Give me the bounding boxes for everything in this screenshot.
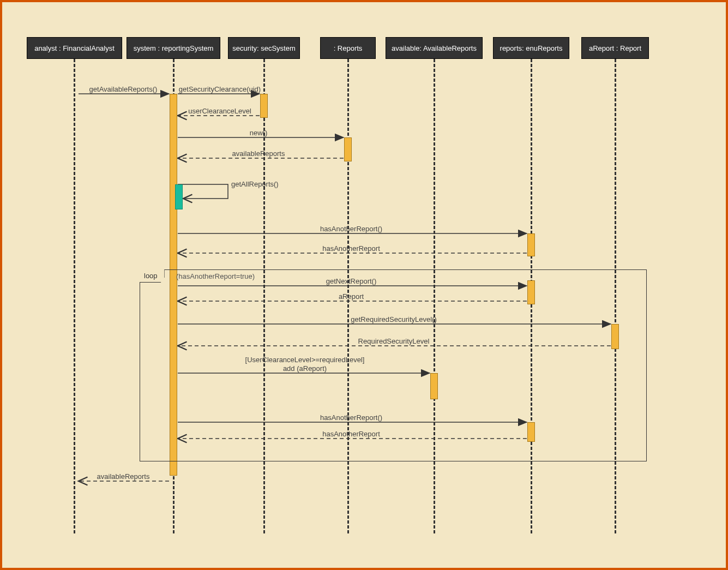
- participant-enu: reports: enuReports: [493, 37, 569, 59]
- participant-label: system : reportingSystem: [134, 44, 214, 52]
- message-new: new(): [250, 129, 268, 137]
- participant-analyst: analyst : FinancialAnalyst: [27, 37, 122, 59]
- participant-label: available: AvailableReports: [392, 44, 477, 52]
- sequence-diagram-canvas: analyst : FinancialAnalyst system : repo…: [0, 0, 728, 570]
- loop-operator-label: loop: [140, 269, 165, 283]
- participant-label: security: secSystem: [232, 44, 296, 52]
- message-aReport: aReport: [339, 292, 364, 301]
- message-availableReports1: availableReports: [232, 149, 285, 158]
- participant-security: security: secSystem: [228, 37, 300, 59]
- participant-available: available: AvailableReports: [386, 37, 483, 59]
- message-getRequiredSecurityLevel: getRequiredSecurityLevel(): [351, 315, 437, 323]
- activation-system-self: [175, 184, 183, 209]
- participant-label: : Reports: [334, 44, 363, 52]
- message-getAllReports: getAllReports(): [231, 180, 279, 188]
- participant-label: reports: enuReports: [500, 44, 563, 52]
- message-hasAnotherReportR1: hasAnotherReport: [322, 244, 380, 253]
- message-getAvailableReports: getAvailableReports(): [89, 85, 158, 93]
- activation-security: [260, 94, 268, 118]
- message-add-aReport: add (aReport): [283, 364, 327, 373]
- participant-label: aReport : Report: [589, 44, 641, 52]
- participant-label: analyst : FinancialAnalyst: [34, 44, 115, 52]
- participant-reports: : Reports: [320, 37, 376, 59]
- loop-guard-text: (hasAnotherReport=true): [176, 272, 255, 280]
- message-hasAnotherReport1: hasAnotherReport(): [320, 225, 382, 233]
- loop-label-text: loop: [144, 272, 158, 280]
- participant-system: system : reportingSystem: [127, 37, 220, 59]
- loop-fragment: loop (hasAnotherReport=true): [140, 269, 647, 461]
- message-hasAnotherReportR2: hasAnotherReport: [322, 430, 380, 438]
- message-availableReportsFinal: availableReports: [97, 472, 150, 481]
- lifeline-analyst: [74, 59, 75, 533]
- message-getNextReport: getNextReport(): [326, 277, 376, 285]
- message-getSecurityClearance: getSecurityClearance(uid): [179, 85, 261, 93]
- activation-new-reports: [344, 137, 352, 161]
- activation-enu-1: [527, 233, 535, 256]
- participant-areport: aReport : Report: [581, 37, 649, 59]
- message-hasAnotherReport2: hasAnotherReport(): [320, 413, 382, 422]
- loop-guard: (hasAnotherReport=true): [176, 272, 255, 280]
- message-guard-clearance: [UserClearanceLevel>=requiredLevel]: [245, 356, 365, 364]
- message-userClearanceLevel: userClearanceLevel: [188, 107, 251, 115]
- message-RequiredSecurityLevel: RequiredSecurityLevel: [358, 337, 430, 345]
